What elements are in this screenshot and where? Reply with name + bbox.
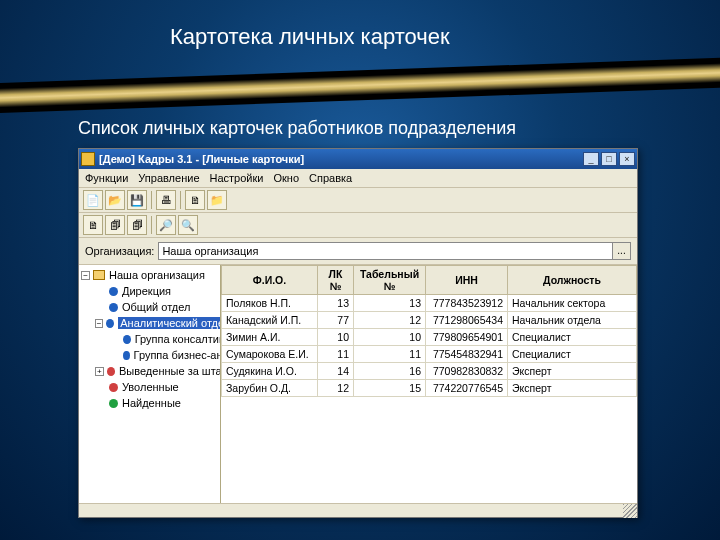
tree-item-dismissed[interactable]: Уволенные — [79, 379, 220, 395]
org-label: Организация: — [85, 245, 154, 257]
cell-inn: 777843523912 — [426, 295, 508, 312]
cell-inn: 770982830832 — [426, 363, 508, 380]
org-picker-button[interactable]: ... — [613, 242, 631, 260]
cell-fio: Судякина И.О. — [222, 363, 318, 380]
statusbar — [79, 503, 637, 517]
close-button[interactable]: × — [619, 152, 635, 166]
toolbar-main: 📄 📂 💾 🖶 🗎 📁 — [79, 188, 637, 213]
cell-inn: 775454832941 — [426, 346, 508, 363]
tree-item-direction[interactable]: Дирекция — [79, 283, 220, 299]
cell-lk: 13 — [318, 295, 354, 312]
org-row: Организация: ... — [79, 238, 637, 265]
save-icon[interactable]: 💾 — [127, 190, 147, 210]
tree-item-withdrawn[interactable]: + Выведенные за штат — [79, 363, 220, 379]
cell-tab: 13 — [354, 295, 426, 312]
tree-item-consulting[interactable]: Группа консалтинга — [79, 331, 220, 347]
table-row[interactable]: Канадский И.П.7712771298065434Начальник … — [222, 312, 637, 329]
app-window: [Демо] Кадры 3.1 - [Личные карточки] _ □… — [78, 148, 638, 518]
card-edit-icon[interactable]: 🗐 — [105, 215, 125, 235]
col-tab[interactable]: Табельный № — [354, 266, 426, 295]
col-lk[interactable]: ЛК № — [318, 266, 354, 295]
open-icon[interactable]: 📂 — [105, 190, 125, 210]
titlebar[interactable]: [Демо] Кадры 3.1 - [Личные карточки] _ □… — [79, 149, 637, 169]
cell-pos: Эксперт — [508, 380, 637, 397]
node-icon — [106, 319, 114, 328]
node-icon — [109, 287, 118, 296]
resize-grip[interactable] — [623, 504, 637, 518]
maximize-button[interactable]: □ — [601, 152, 617, 166]
decorative-ribbon — [0, 56, 720, 115]
cell-inn: 774220776545 — [426, 380, 508, 397]
collapse-icon[interactable]: − — [81, 271, 90, 280]
print-icon[interactable]: 🖶 — [156, 190, 176, 210]
tree-item-analytical[interactable]: − Аналитический отдел — [79, 315, 220, 331]
menu-management[interactable]: Управление — [138, 172, 199, 184]
col-inn[interactable]: ИНН — [426, 266, 508, 295]
grid-header-row: Ф.И.О. ЛК № Табельный № ИНН Должность — [222, 266, 637, 295]
table-row[interactable]: Сумарокова Е.И.1111775454832941Специалис… — [222, 346, 637, 363]
node-icon — [109, 399, 118, 408]
tree-item-found[interactable]: Найденные — [79, 395, 220, 411]
new-icon[interactable]: 📄 — [83, 190, 103, 210]
slide-title: Картотека личных карточек — [170, 24, 450, 50]
cell-fio: Сумарокова Е.И. — [222, 346, 318, 363]
menu-help[interactable]: Справка — [309, 172, 352, 184]
cell-lk: 11 — [318, 346, 354, 363]
folder-icon[interactable]: 📁 — [207, 190, 227, 210]
cell-lk: 12 — [318, 380, 354, 397]
menubar: Функции Управление Настройки Окно Справк… — [79, 169, 637, 188]
expand-icon[interactable]: + — [95, 367, 104, 376]
cell-inn: 779809654901 — [426, 329, 508, 346]
cell-tab: 15 — [354, 380, 426, 397]
node-icon — [107, 367, 115, 376]
org-input[interactable] — [158, 242, 613, 260]
table-row[interactable]: Поляков Н.П.1313777843523912Начальник се… — [222, 295, 637, 312]
node-icon — [123, 335, 131, 344]
collapse-icon[interactable]: − — [95, 319, 103, 328]
node-icon — [109, 303, 118, 312]
separator — [151, 191, 152, 209]
app-icon — [81, 152, 95, 166]
binoculars-icon[interactable]: 🔎 — [156, 215, 176, 235]
cell-fio: Зимин А.И. — [222, 329, 318, 346]
col-fio[interactable]: Ф.И.О. — [222, 266, 318, 295]
cell-fio: Поляков Н.П. — [222, 295, 318, 312]
card-new-icon[interactable]: 🗎 — [83, 215, 103, 235]
window-title: [Демо] Кадры 3.1 - [Личные карточки] — [99, 153, 583, 165]
search-icon[interactable]: 🔍 — [178, 215, 198, 235]
col-pos[interactable]: Должность — [508, 266, 637, 295]
menu-window[interactable]: Окно — [273, 172, 299, 184]
cell-lk: 77 — [318, 312, 354, 329]
tree-item-business[interactable]: Группа бизнес-анализа — [79, 347, 220, 363]
org-tree[interactable]: − Наша организация Дирекция Общий отдел … — [79, 265, 221, 503]
menu-functions[interactable]: Функции — [85, 172, 128, 184]
card-copy-icon[interactable]: 🗐 — [127, 215, 147, 235]
cell-pos: Специалист — [508, 329, 637, 346]
cell-lk: 10 — [318, 329, 354, 346]
slide-subtitle: Список личных карточек работников подраз… — [78, 118, 516, 139]
cell-tab: 16 — [354, 363, 426, 380]
folder-icon — [93, 270, 105, 280]
minimize-button[interactable]: _ — [583, 152, 599, 166]
employee-grid[interactable]: Ф.И.О. ЛК № Табельный № ИНН Должность По… — [221, 265, 637, 503]
cell-pos: Начальник сектора — [508, 295, 637, 312]
table-row[interactable]: Зимин А.И.1010779809654901Специалист — [222, 329, 637, 346]
toolbar-secondary: 🗎 🗐 🗐 🔎 🔍 — [79, 213, 637, 238]
doc-icon[interactable]: 🗎 — [185, 190, 205, 210]
cell-inn: 771298065434 — [426, 312, 508, 329]
cell-lk: 14 — [318, 363, 354, 380]
tree-item-general[interactable]: Общий отдел — [79, 299, 220, 315]
table-row[interactable]: Судякина И.О.1416770982830832Эксперт — [222, 363, 637, 380]
cell-pos: Специалист — [508, 346, 637, 363]
node-icon — [109, 383, 118, 392]
table-row[interactable]: Зарубин О.Д.1215774220776545Эксперт — [222, 380, 637, 397]
separator — [180, 191, 181, 209]
cell-tab: 12 — [354, 312, 426, 329]
cell-tab: 10 — [354, 329, 426, 346]
cell-fio: Зарубин О.Д. — [222, 380, 318, 397]
cell-pos: Эксперт — [508, 363, 637, 380]
node-icon — [123, 351, 130, 360]
cell-pos: Начальник отдела — [508, 312, 637, 329]
menu-settings[interactable]: Настройки — [210, 172, 264, 184]
tree-root[interactable]: − Наша организация — [79, 267, 220, 283]
